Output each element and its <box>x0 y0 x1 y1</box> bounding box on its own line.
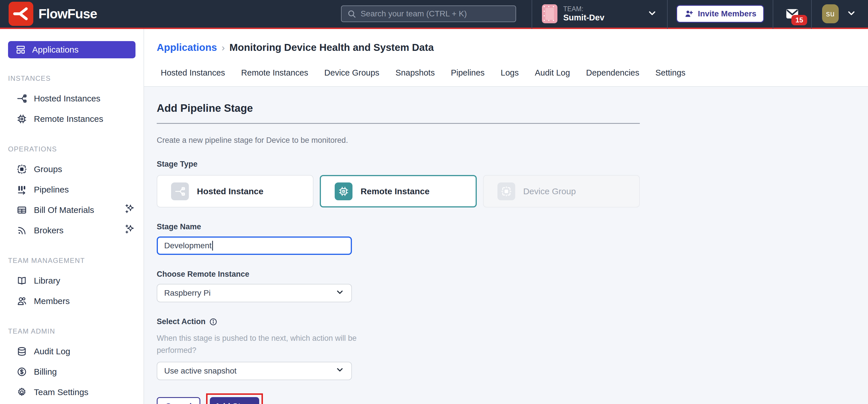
sidebar-item-audit-log[interactable]: Audit Log <box>0 341 144 362</box>
form-title: Add Pipeline Stage <box>157 102 640 114</box>
sidebar-item-billing[interactable]: Billing <box>0 362 144 382</box>
book-icon <box>17 276 27 286</box>
breadcrumb: Applications › Monitoring Device Health … <box>157 42 868 53</box>
hosted-instance-icon <box>171 182 189 200</box>
tab-pipelines[interactable]: Pipelines <box>451 68 485 78</box>
pipelines-icon <box>17 184 27 195</box>
team-label: TEAM: <box>563 5 604 12</box>
page: FlowFuse TEAM: Sumit-Dev Invite Members <box>0 0 868 404</box>
avatar: su <box>822 4 839 23</box>
chevron-down-icon <box>335 288 344 299</box>
search-input[interactable] <box>361 9 510 19</box>
sidebar-item-hosted-instances[interactable]: Hosted Instances <box>0 88 144 109</box>
sparkle-icon <box>124 203 135 217</box>
stage-type-label: Stage Type <box>157 160 640 169</box>
form-description: Create a new pipeline stage for Device t… <box>157 136 640 145</box>
breadcrumb-applications-link[interactable]: Applications <box>157 42 217 53</box>
sidebar-item-pipelines[interactable]: Pipelines <box>0 179 144 200</box>
team-name: Sumit-Dev <box>563 13 604 22</box>
sidebar: Applications INSTANCES Hosted Instances … <box>0 29 144 404</box>
sidebar-item-groups[interactable]: Groups <box>0 159 144 179</box>
breadcrumb-separator: › <box>222 42 225 53</box>
form-actions: Cancel Add Stage <box>157 393 640 404</box>
tab-bar: Hosted Instances Remote Instances Device… <box>157 53 868 86</box>
tab-remote-instances[interactable]: Remote Instances <box>241 68 308 78</box>
sparkle-icon <box>124 224 135 237</box>
chevron-down-icon <box>647 8 657 20</box>
notifications-button[interactable]: 15 <box>773 6 811 21</box>
tab-hosted-instances[interactable]: Hosted Instances <box>161 68 225 78</box>
chevron-down-icon <box>846 8 857 20</box>
annotation-highlight-box: Add Stage <box>206 393 263 404</box>
sidebar-item-members[interactable]: Members <box>0 291 144 311</box>
add-stage-button[interactable]: Add Stage <box>210 397 259 404</box>
brand[interactable]: FlowFuse <box>9 2 97 26</box>
page-header: Applications › Monitoring Device Health … <box>144 29 868 86</box>
tab-audit-log[interactable]: Audit Log <box>535 68 570 78</box>
team-selector[interactable]: TEAM: Sumit-Dev <box>532 4 667 23</box>
page-title: Monitoring Device Health and System Data <box>229 42 434 53</box>
action-select[interactable]: Use active snapshot <box>157 362 352 380</box>
sidebar-item-bill-of-materials[interactable]: Bill Of Materials <box>0 200 144 220</box>
nav-divider <box>667 0 668 29</box>
remote-instance-label: Choose Remote Instance <box>157 270 640 279</box>
tab-settings[interactable]: Settings <box>655 68 685 78</box>
stage-type-hosted-instance[interactable]: Hosted Instance <box>157 175 313 207</box>
select-action-help: When this stage is pushed to the next, w… <box>157 333 358 356</box>
sidebar-item-library[interactable]: Library <box>0 270 144 291</box>
brand-name: FlowFuse <box>38 6 97 22</box>
database-icon <box>17 346 27 356</box>
flowfuse-logo-icon <box>9 2 33 26</box>
chevron-down-icon <box>335 365 344 376</box>
team-avatar <box>542 4 557 23</box>
table-icon <box>17 205 27 215</box>
hosted-instances-icon <box>17 93 27 104</box>
tab-device-groups[interactable]: Device Groups <box>324 68 379 78</box>
sidebar-item-applications[interactable]: Applications <box>8 41 135 58</box>
section-label-operations: OPERATIONS <box>0 145 144 153</box>
main-area: Applications › Monitoring Device Health … <box>144 29 868 404</box>
select-action-label: Select Action <box>157 317 206 326</box>
search-icon <box>347 9 356 19</box>
cancel-button[interactable]: Cancel <box>157 397 200 404</box>
chip-icon <box>17 114 27 124</box>
stage-type-options: Hosted Instance Remote Instance Device G… <box>157 175 640 207</box>
users-icon <box>17 296 27 306</box>
sidebar-item-remote-instances[interactable]: Remote Instances <box>0 109 144 129</box>
gear-icon <box>17 387 27 397</box>
chip-icon <box>335 182 352 200</box>
notification-badge: 15 <box>792 15 807 25</box>
sidebar-item-team-settings[interactable]: Team Settings <box>0 382 144 402</box>
stage-name-input[interactable]: Development <box>157 236 352 255</box>
tab-dependencies[interactable]: Dependencies <box>586 68 639 78</box>
applications-grid-icon <box>16 45 26 55</box>
section-label-team-admin: TEAM ADMIN <box>0 327 144 335</box>
tab-logs[interactable]: Logs <box>501 68 519 78</box>
device-group-icon <box>17 164 27 174</box>
section-label-instances: INSTANCES <box>0 75 144 83</box>
top-navbar: FlowFuse TEAM: Sumit-Dev Invite Members <box>0 0 868 29</box>
tab-snapshots[interactable]: Snapshots <box>396 68 435 78</box>
stage-name-label: Stage Name <box>157 222 640 231</box>
text-caret <box>212 241 213 251</box>
info-icon[interactable] <box>209 318 218 326</box>
content-area: Add Pipeline Stage Create a new pipeline… <box>144 86 868 404</box>
title-divider <box>157 123 640 124</box>
person-plus-icon <box>684 9 694 19</box>
invite-members-button[interactable]: Invite Members <box>676 5 764 23</box>
section-label-team-management: TEAM MANAGEMENT <box>0 257 144 265</box>
broker-rss-icon <box>17 225 27 236</box>
remote-instance-select[interactable]: Raspberry Pi <box>157 284 352 302</box>
device-group-icon <box>497 182 515 200</box>
stage-type-remote-instance[interactable]: Remote Instance <box>320 175 476 207</box>
dollar-icon <box>17 367 27 377</box>
user-menu[interactable]: su <box>812 4 859 23</box>
stage-type-device-group: Device Group <box>483 175 640 207</box>
team-search[interactable] <box>341 5 516 22</box>
sidebar-item-brokers[interactable]: Brokers <box>0 220 144 240</box>
